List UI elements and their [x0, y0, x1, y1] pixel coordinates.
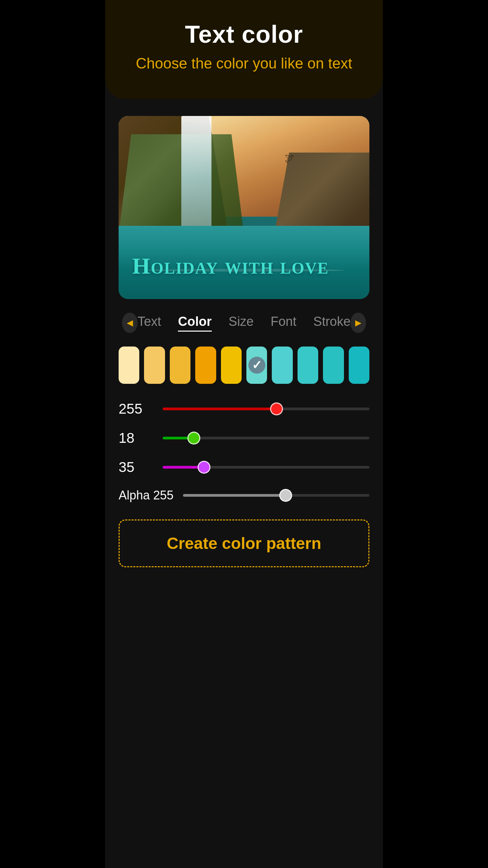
- alpha-slider-track[interactable]: [183, 494, 369, 497]
- swatch-9[interactable]: [323, 347, 344, 384]
- red-slider-track[interactable]: [163, 408, 369, 410]
- tab-stroke[interactable]: Stroke: [313, 314, 351, 332]
- sliders-section: 255 18 35 Alpha 255: [119, 401, 369, 502]
- alpha-slider-thumb[interactable]: [279, 489, 292, 502]
- blue-slider-thumb[interactable]: [198, 461, 210, 474]
- swatch-6-selected[interactable]: [246, 347, 267, 384]
- waterfall: [181, 116, 211, 235]
- tab-prev-arrow[interactable]: [122, 313, 138, 333]
- green-slider-thumb[interactable]: [187, 432, 200, 445]
- red-slider-thumb[interactable]: [270, 402, 283, 415]
- tab-text[interactable]: Text: [138, 314, 161, 332]
- green-slider-track[interactable]: [163, 437, 369, 439]
- swatch-4[interactable]: [195, 347, 216, 384]
- preview-text-overlay: Holiday with love: [119, 253, 369, 279]
- swatch-7[interactable]: [272, 347, 292, 384]
- blue-slider-row: 35: [119, 459, 369, 475]
- color-swatches: [119, 347, 369, 384]
- alpha-slider-row: Alpha 255: [119, 488, 369, 502]
- swatch-5[interactable]: [221, 347, 242, 384]
- green-value-label: 18: [119, 430, 156, 446]
- top-header: Text color Choose the color you like on …: [105, 0, 383, 99]
- tab-bar: Text Color Size Font Stroke: [119, 313, 369, 333]
- page-title: Text color: [119, 20, 369, 48]
- tab-next-arrow[interactable]: [350, 313, 366, 333]
- blue-value-label: 35: [119, 459, 156, 475]
- blue-slider-track[interactable]: [163, 466, 369, 469]
- preview-card: 🕊 Holiday with love: [119, 116, 369, 299]
- red-slider-row: 255: [119, 401, 369, 417]
- tab-font[interactable]: Font: [270, 314, 296, 332]
- swatch-8[interactable]: [298, 347, 318, 384]
- preview-text[interactable]: Holiday with love: [132, 253, 356, 279]
- swatch-1[interactable]: [119, 347, 139, 384]
- swatch-3[interactable]: [170, 347, 190, 384]
- create-pattern-label: Create color pattern: [167, 534, 321, 552]
- red-value-label: 255: [119, 401, 156, 417]
- page-subtitle: Choose the color you like on text: [119, 55, 369, 72]
- alpha-value-label: Alpha 255: [119, 488, 176, 502]
- app-container: Text color Choose the color you like on …: [105, 0, 383, 868]
- bird-icon: 🕊: [285, 153, 294, 164]
- green-slider-row: 18: [119, 430, 369, 446]
- swatch-10[interactable]: [349, 347, 369, 384]
- swatch-2[interactable]: [144, 347, 165, 384]
- tabs-list: Text Color Size Font Stroke: [138, 314, 351, 332]
- create-pattern-button[interactable]: Create color pattern: [119, 519, 369, 567]
- tab-color[interactable]: Color: [178, 314, 211, 332]
- tab-size[interactable]: Size: [229, 314, 254, 332]
